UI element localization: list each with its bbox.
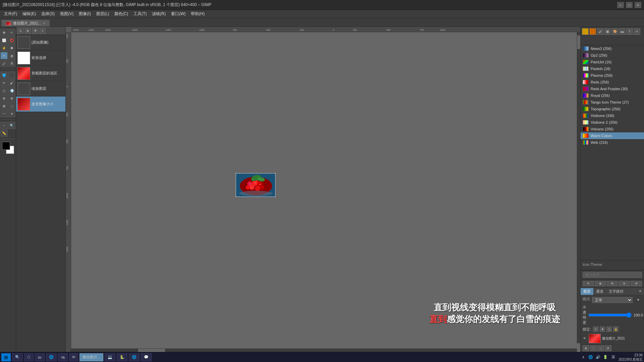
scrollbar-thumb-h[interactable] <box>138 349 165 352</box>
panel-menu-btn[interactable]: ≡ <box>17 28 23 34</box>
tool-zoom-in[interactable]: 🔍 <box>8 122 15 129</box>
menu-tools[interactable]: 工具(T) <box>131 10 149 18</box>
opacity-slider[interactable] <box>588 313 632 317</box>
tray-network-icon[interactable]: 🌐 <box>588 355 593 360</box>
tool-scissors[interactable]: ✂ <box>0 52 8 59</box>
menu-file[interactable]: 文件(F) <box>1 10 20 18</box>
tool-pencil[interactable]: ✏ <box>0 79 8 86</box>
panel-icon-color[interactable] <box>582 28 589 35</box>
canvas-content[interactable]: 直到视线变得模糊直到不能呼吸 直到感觉你的发线有了白雪的痕迹 <box>71 32 580 352</box>
taskbar-search[interactable]: 🔍 <box>12 353 23 361</box>
palette-undo-btn[interactable]: ↺ <box>631 281 642 286</box>
menu-help[interactable]: 帮助(H) <box>188 10 207 18</box>
layer-delete-btn[interactable]: ✕ <box>605 345 611 351</box>
lock-all-btn[interactable]: 🔒 <box>613 326 619 332</box>
foreground-color[interactable] <box>2 142 10 150</box>
tool-paintbrush[interactable]: 🖌 <box>8 79 15 86</box>
tool-bucket-fill[interactable]: 🪣 <box>0 71 8 79</box>
minimize-button[interactable]: − <box>617 2 624 8</box>
list-item[interactable]: 改变图像大小 <box>16 97 65 112</box>
tool-zoom-out[interactable]: − <box>0 122 8 129</box>
list-item[interactable]: 矩形选择 <box>16 50 65 66</box>
list-item[interactable]: PaintJet (16) <box>581 59 644 65</box>
taskbar-wechat[interactable]: 💬 <box>141 353 152 361</box>
palette-delete-btn[interactable]: ✕ <box>619 281 630 286</box>
tray-clock[interactable]: 23:36 2021/9/3,星期五 <box>619 353 643 362</box>
tool-fuzzy-select[interactable]: ✱ <box>8 44 15 52</box>
tool-eraser[interactable]: ◻ <box>0 87 8 94</box>
panel-icon-gradient[interactable]: ▬ <box>619 28 626 35</box>
menu-select[interactable]: 选择(S) <box>39 10 57 18</box>
lock-alpha-btn[interactable]: ◻ <box>606 326 612 332</box>
maximize-button[interactable]: □ <box>626 2 633 8</box>
tray-volume-icon[interactable]: 🔊 <box>595 355 601 360</box>
panel-icon-pattern[interactable]: ▦ <box>604 28 611 35</box>
tool-pointer[interactable]: ↖ <box>8 29 15 36</box>
palette-refresh-btn[interactable]: ⟲ <box>607 281 618 286</box>
taskbar-store[interactable]: 🛍 <box>58 353 68 361</box>
panel-icon-extra[interactable]: ≡ <box>634 28 640 35</box>
tool-measure[interactable]: 📏 <box>0 129 8 137</box>
scrollbar-thumb-v[interactable] <box>577 36 580 49</box>
layer-mode-select[interactable]: 正常 <box>592 297 633 303</box>
menu-image[interactable]: 图像(I) <box>76 10 93 18</box>
canvas-scrollbar-v[interactable] <box>577 32 580 343</box>
taskbar-taskview[interactable]: ⬡ <box>24 353 34 361</box>
list-item[interactable]: Reds And Purples (30) <box>581 85 644 92</box>
tool-paths[interactable]: 🖊 <box>0 60 8 67</box>
tool-foreground-select[interactable]: ◍ <box>8 52 15 59</box>
palette-edit-btn[interactable]: ✎ <box>583 281 594 286</box>
tool-smudge[interactable]: 〰 <box>0 110 8 117</box>
lock-move-btn[interactable]: ✥ <box>600 326 605 332</box>
layer-visibility-icon[interactable]: 👁 <box>582 336 587 341</box>
tray-language[interactable]: 英 <box>610 355 616 360</box>
tool-blur[interactable]: ◌ <box>8 102 15 110</box>
list-item[interactable]: Op2 (256) <box>581 52 644 59</box>
list-item[interactable]: [原始图像] <box>16 35 65 50</box>
tool-clone[interactable]: ⊕ <box>0 95 8 102</box>
list-item[interactable]: Tango Icon Theme (27) <box>581 99 644 106</box>
start-button[interactable]: ⊞ <box>1 353 11 361</box>
tool-ellipse-select[interactable]: ⭕ <box>8 37 15 44</box>
list-item[interactable]: Topographic (256) <box>581 106 644 112</box>
menu-filters[interactable]: 滤镜(R) <box>149 10 168 18</box>
tool-text[interactable]: A <box>8 60 15 67</box>
palette-search-input[interactable] <box>583 272 642 278</box>
taskbar-explorer[interactable]: 🗁 <box>35 353 45 361</box>
taskbar-edge[interactable]: 🌐 <box>46 353 57 361</box>
menu-layer[interactable]: 图层(L) <box>94 10 112 18</box>
tray-battery-icon[interactable]: 🔋 <box>603 355 608 360</box>
list-item[interactable]: Warm Colors <box>581 132 644 139</box>
list-item[interactable]: Royal (256) <box>581 92 644 99</box>
tool-dodge-burn[interactable]: ☀ <box>8 110 15 117</box>
list-item[interactable]: News3 (256) <box>581 45 644 52</box>
color-preview[interactable] <box>2 142 14 154</box>
list-item[interactable]: Plasma (256) <box>581 72 644 79</box>
panel-eye-btn[interactable]: 👁 <box>32 28 38 34</box>
layer-new-btn[interactable]: ⊕ <box>583 345 589 351</box>
menu-windows[interactable]: 窗口(W) <box>168 10 188 18</box>
tab-close-icon[interactable]: × <box>43 21 45 25</box>
list-item[interactable]: 缩放图层 <box>16 81 65 97</box>
image-tab[interactable]: 微信图片_2021... × <box>1 20 50 26</box>
layer-down-btn[interactable]: ↓ <box>597 345 604 351</box>
list-item[interactable]: Reds (256) <box>581 79 644 85</box>
list-item[interactable]: Pastels (18) <box>581 65 644 72</box>
menu-view[interactable]: 视图(V) <box>57 10 76 18</box>
taskbar-python[interactable]: 🐍 <box>117 353 127 361</box>
layer-entry[interactable]: 👁 微信图片_2021 <box>581 333 644 345</box>
tab-channels[interactable]: 通道 <box>593 288 606 295</box>
list-item[interactable]: Visibone (336) <box>581 112 644 119</box>
menu-colors[interactable]: 颜色(C) <box>112 10 131 18</box>
tool-heal[interactable]: ⊗ <box>8 95 15 102</box>
canvas-scrollbar-h[interactable] <box>71 349 577 352</box>
tool-free-select[interactable]: ⚡ <box>0 44 8 52</box>
panel-icon-font[interactable]: T <box>626 28 633 35</box>
panel-icon-orange[interactable] <box>589 28 596 35</box>
palette-add-btn[interactable]: ⊕ <box>595 281 606 286</box>
taskbar-vscode[interactable]: 💻 <box>105 353 115 361</box>
panel-new-btn[interactable]: ⊕ <box>25 28 31 34</box>
tool-blend[interactable]: ⬛ <box>8 71 15 79</box>
tab-layers[interactable]: 图层 <box>581 288 593 295</box>
list-item[interactable]: Visibone 2 (256) <box>581 119 644 126</box>
